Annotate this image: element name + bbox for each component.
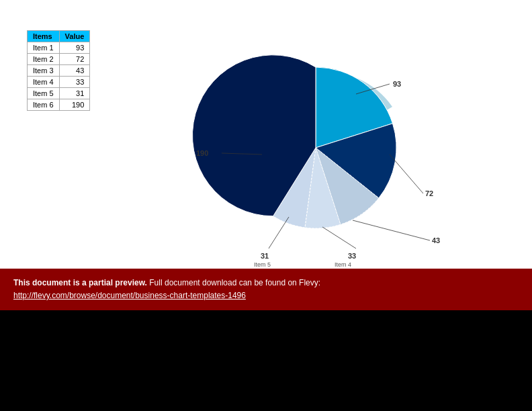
label-item4-name: Item 4 <box>335 261 351 268</box>
table-row: Item 272 <box>28 54 90 65</box>
main-content-area: Items Value Item 193Item 272Item 343Item… <box>0 0 532 269</box>
table-cell-item: Item 5 <box>28 88 60 99</box>
label-item2: 72 <box>425 189 433 197</box>
label-item4: 33 <box>348 252 356 260</box>
table-cell-item: Item 6 <box>28 99 60 111</box>
table-row: Item 6190 <box>28 99 90 111</box>
svg-line-4 <box>269 217 289 248</box>
table-row: Item 531 <box>28 88 90 99</box>
table-cell-value: 93 <box>59 42 90 54</box>
label-item6: 190 <box>196 149 208 157</box>
chart-area: 93 72 43 33 Item 4 31 Item 5 190 <box>181 20 504 262</box>
table-cell-value: 190 <box>59 99 90 111</box>
table-cell-item: Item 2 <box>28 54 60 65</box>
table-header-value: Value <box>59 31 90 42</box>
table-cell-value: 72 <box>59 54 90 65</box>
pie-chart: 93 72 43 33 Item 4 31 Item 5 190 <box>181 20 504 269</box>
svg-line-1 <box>390 154 423 193</box>
table-cell-value: 33 <box>59 77 90 88</box>
preview-banner: This document is a partial preview. Full… <box>0 269 532 310</box>
table-row: Item 433 <box>28 77 90 88</box>
bottom-black-area <box>0 310 532 411</box>
table-cell-item: Item 3 <box>28 65 60 77</box>
banner-normal: Full document download can be found on F… <box>147 278 320 287</box>
table-row: Item 193 <box>28 42 90 54</box>
label-item5: 31 <box>261 252 269 260</box>
label-item5-name: Item 5 <box>254 261 271 268</box>
label-item1: 93 <box>393 80 401 88</box>
table-row: Item 343 <box>28 65 90 77</box>
label-item3: 43 <box>432 236 440 244</box>
table-cell-item: Item 1 <box>28 42 60 54</box>
data-table: Items Value Item 193Item 272Item 343Item… <box>27 30 90 111</box>
table-cell-value: 31 <box>59 88 90 99</box>
banner-link[interactable]: http://flevy.com/browse/document/busines… <box>13 291 246 300</box>
svg-line-3 <box>322 227 356 248</box>
svg-line-2 <box>353 220 430 240</box>
table-cell-value: 43 <box>59 65 90 77</box>
table-cell-item: Item 4 <box>28 77 60 88</box>
banner-bold: This document is a partial preview. <box>13 278 147 287</box>
table-header-items: Items <box>28 31 60 42</box>
